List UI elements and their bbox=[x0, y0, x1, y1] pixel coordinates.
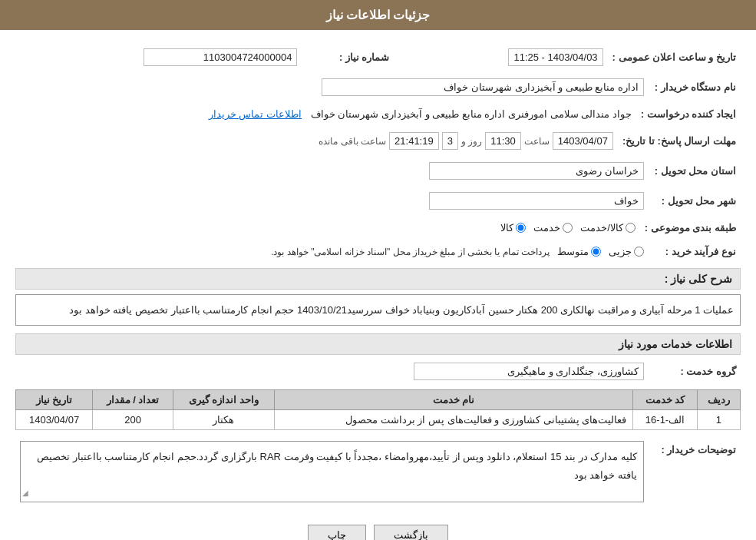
services-table: ردیف کد خدمت نام خدمت واحد اندازه گیری ت… bbox=[15, 389, 741, 430]
send-deadline-label: مهلت ارسال پاسخ: تا تاریخ: bbox=[618, 129, 741, 153]
remaining-label: ساعت باقی مانده bbox=[319, 136, 386, 147]
resize-icon: ◢ bbox=[22, 486, 28, 500]
buyer-name-value: اداره منابع طبیعی و آبخیزداری شهرستان خو… bbox=[322, 78, 644, 96]
col-header-row: ردیف bbox=[697, 390, 740, 410]
remaining-time: 21:41:19 bbox=[389, 132, 439, 150]
announce-datetime-value: 1403/04/03 - 11:25 bbox=[508, 48, 602, 66]
city-value: خواف bbox=[429, 192, 644, 210]
description-value: عملیات 1 مرحله آبیاری و مراقبت نهالکاری … bbox=[15, 294, 741, 326]
col-header-name: نام خدمت bbox=[274, 390, 632, 410]
cell-row: 1 bbox=[697, 410, 740, 430]
cell-unit: هکتار bbox=[173, 410, 274, 430]
province-label: استان محل تحویل : bbox=[649, 159, 741, 183]
days-value: 3 bbox=[442, 132, 458, 150]
buyer-name-label: نام دستگاه خریدار : bbox=[649, 75, 741, 99]
col-header-qty: تعداد / مقدار bbox=[93, 390, 173, 410]
requester-label: ایجاد کننده درخواست : bbox=[636, 105, 741, 123]
announce-datetime-label: تاریخ و ساعت اعلان عمومی : bbox=[608, 45, 741, 69]
province-value: خراسان رضوی bbox=[429, 162, 644, 180]
page-title: جزئیات اطلاعات نیاز bbox=[326, 8, 431, 22]
send-date: 1403/04/07 bbox=[553, 132, 613, 150]
category-label: طبقه بندی موضوعی : bbox=[640, 219, 741, 237]
contact-link[interactable]: اطلاعات تماس خریدار bbox=[209, 108, 302, 120]
cell-qty: 200 bbox=[93, 410, 173, 430]
process-description: پرداخت تمام یا بخشی از مبلغ خریداز محل "… bbox=[271, 247, 550, 257]
table-row: 1 الف-1-16 فعالیت‌های پشتیبانی کشاورزی و… bbox=[16, 410, 741, 430]
process-option-jozii[interactable]: جزیی bbox=[609, 246, 644, 257]
action-buttons: بازگشت چاپ bbox=[15, 525, 741, 540]
service-group-value: کشاورزی، جنگلداری و ماهیگیری bbox=[414, 363, 644, 380]
category-option-kala-khadamat[interactable]: کالا/خدمت bbox=[580, 222, 636, 234]
category-option-kala[interactable]: کالا bbox=[500, 222, 526, 234]
notes-label: توضیحات خریدار : bbox=[649, 438, 741, 517]
page-header: جزئیات اطلاعات نیاز bbox=[0, 0, 756, 30]
col-header-date: تاریخ نیاز bbox=[16, 390, 93, 410]
city-label: شهر محل تحویل : bbox=[649, 189, 741, 213]
cell-name: فعالیت‌های پشتیبانی کشاورزی و فعالیت‌های… bbox=[274, 410, 632, 430]
requester-value: جواد مندالی سلامی امورفنری اداره منابع ط… bbox=[311, 108, 632, 120]
col-header-unit: واحد اندازه گیری bbox=[173, 390, 274, 410]
col-header-code: کد خدمت bbox=[633, 390, 698, 410]
print-button[interactable]: چاپ bbox=[308, 525, 366, 540]
send-time-label: ساعت bbox=[524, 136, 550, 147]
service-group-label: گروه خدمت : bbox=[649, 359, 741, 383]
send-time: 11:30 bbox=[485, 132, 521, 150]
back-button[interactable]: بازگشت bbox=[374, 525, 448, 540]
days-label: روز و bbox=[461, 136, 482, 147]
process-option-motavaset[interactable]: متوسط bbox=[557, 246, 601, 257]
description-section-title: شرح کلی نیاز : bbox=[15, 268, 741, 290]
services-section-title: اطلاعات خدمات مورد نیاز bbox=[15, 333, 741, 355]
cell-date: 1403/04/07 bbox=[16, 410, 93, 430]
process-label: نوع فرآیند خرید : bbox=[649, 243, 741, 260]
notes-value: کلیه مدارک در بند 15 استعلام، دانلود وپس… bbox=[20, 441, 644, 502]
cell-code: الف-1-16 bbox=[633, 410, 698, 430]
request-number-label: شماره نیاز : bbox=[302, 45, 394, 69]
request-number-value: 1103004724000004 bbox=[144, 48, 297, 66]
category-option-khadamat[interactable]: خدمت bbox=[533, 222, 573, 234]
